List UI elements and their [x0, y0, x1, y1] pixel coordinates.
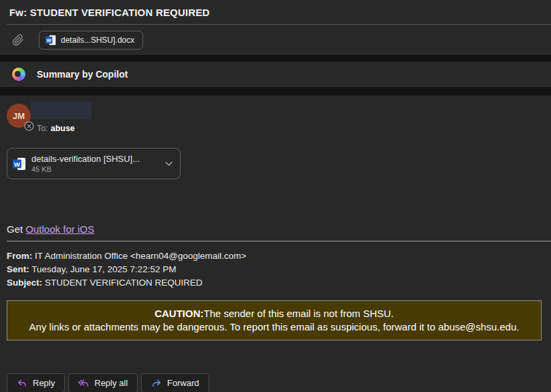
word-file-icon: W	[13, 157, 26, 171]
attachment-chip-label: details...SHSU].docx	[61, 35, 134, 45]
copilot-summary-bar[interactable]: Summary by Copilot	[0, 62, 551, 87]
email-reading-pane: Fw: STUDENT VERIFICATION REQUIRED W	[0, 0, 551, 392]
message-body: JM To:abuse	[0, 96, 551, 392]
avatar-wrap: JM	[7, 104, 31, 128]
caution-line-2: Any links or attachments may be dangerou…	[11, 320, 537, 334]
blocked-sender-icon	[24, 121, 34, 131]
sender-row: JM To:abuse	[0, 96, 551, 133]
copilot-summary-label: Summary by Copilot	[37, 69, 128, 80]
attachment-card[interactable]: W details-verification [SHSU]... 45 KB	[7, 148, 181, 179]
reply-icon	[17, 378, 27, 389]
subject-line: Subject: STUDENT VERIFICATION REQUIRED	[7, 276, 551, 290]
email-header: Fw: STUDENT VERIFICATION REQUIRED W	[0, 0, 551, 55]
to-label: To:	[37, 124, 48, 133]
forwarded-headers: From: IT Administration Office <hearn04@…	[7, 250, 551, 290]
section-gap	[0, 55, 551, 62]
reply-button[interactable]: Reply	[7, 373, 65, 392]
forward-button[interactable]: Forward	[141, 373, 209, 392]
from-label: From:	[7, 251, 32, 261]
chevron-down-icon[interactable]	[164, 159, 173, 168]
svg-text:W: W	[14, 160, 20, 167]
copilot-icon	[12, 68, 25, 81]
reply-label: Reply	[33, 378, 55, 388]
paperclip-icon	[12, 34, 24, 46]
caution-text-1: The sender of this email is not from SHS…	[204, 308, 394, 319]
sent-label: Sent:	[7, 264, 29, 274]
email-subject-title: Fw: STUDENT VERIFICATION REQUIRED	[0, 0, 551, 24]
from-value: IT Administration Office <hearn04@google…	[32, 251, 246, 261]
section-gap	[0, 87, 551, 96]
reply-all-button[interactable]: Reply all	[68, 373, 138, 392]
caution-label: CAUTION:	[154, 308, 203, 319]
to-line: To:abuse	[37, 124, 92, 133]
reply-all-icon	[78, 378, 89, 389]
word-file-icon: W	[45, 35, 56, 45]
outlook-ios-link[interactable]: Outlook for iOS	[25, 223, 94, 235]
get-outlook-line: Get Outlook for iOS	[7, 223, 551, 235]
forwarded-message-divider	[7, 241, 551, 241]
to-recipient[interactable]: abuse	[51, 124, 75, 133]
sender-meta: To:abuse	[31, 104, 92, 133]
caution-line-1: CAUTION:The sender of this email is not …	[11, 307, 537, 320]
attachment-chip[interactable]: W details...SHSU].docx	[39, 31, 143, 50]
forward-label: Forward	[167, 378, 199, 388]
attachment-card-text: details-verification [SHSU]... 45 KB	[31, 154, 164, 173]
sent-line: Sent: Tuesday, June 17, 2025 7:22:52 PM	[7, 263, 551, 276]
sent-value: Tuesday, June 17, 2025 7:22:52 PM	[29, 264, 177, 274]
attachment-size: 45 KB	[31, 165, 164, 173]
from-line: From: IT Administration Office <hearn04@…	[7, 250, 551, 263]
caution-banner: CAUTION:The sender of this email is not …	[7, 300, 542, 340]
attachment-name: details-verification [SHSU]...	[31, 154, 164, 164]
attachments-row: W details...SHSU].docx	[0, 25, 551, 50]
subject-label: Subject:	[7, 278, 42, 288]
subject-value: STUDENT VERIFICATION REQUIRED	[42, 278, 203, 288]
reply-all-label: Reply all	[94, 378, 128, 388]
svg-text:W: W	[47, 37, 52, 43]
sender-name-redacted	[31, 102, 92, 119]
forward-icon	[151, 378, 162, 389]
get-text: Get	[7, 223, 25, 235]
response-actions: Reply Reply all	[7, 373, 551, 392]
